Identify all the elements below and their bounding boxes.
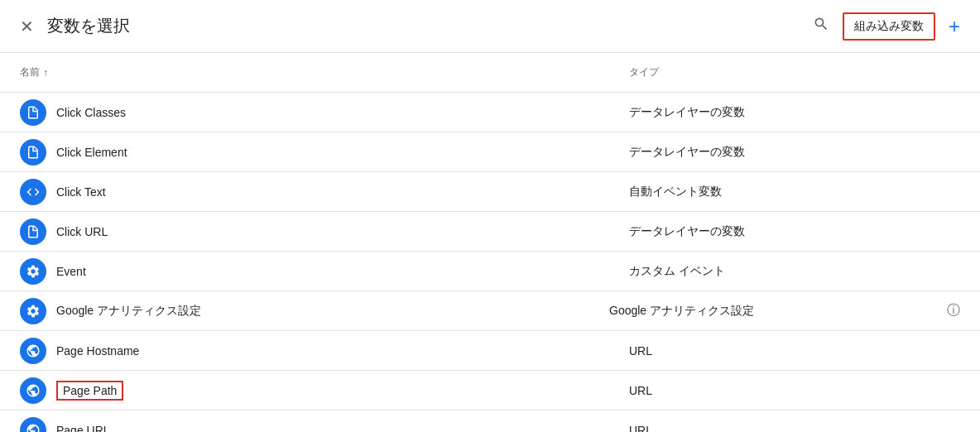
add-variable-button[interactable]: + (949, 15, 960, 38)
variable-name: Page Hostname (56, 344, 629, 358)
doc-icon (20, 99, 46, 126)
variable-table: Click Classes データレイヤーの変数 Click Element デ… (0, 93, 980, 432)
variable-name: Google アナリティクス設定 (56, 304, 609, 319)
gear-icon (20, 258, 46, 285)
globe-icon (20, 417, 46, 433)
globe-icon (20, 338, 46, 364)
variable-type: データレイヤーの変数 (629, 145, 960, 160)
doc-icon (20, 218, 46, 245)
info-icon[interactable]: ⓘ (947, 302, 960, 319)
table-row[interactable]: Event カスタム イベント (0, 252, 980, 291)
variable-type: URL (629, 424, 960, 433)
column-name-header: 名前 ↑ (20, 65, 629, 79)
variable-type: データレイヤーの変数 (629, 105, 960, 120)
close-button[interactable]: ✕ (20, 17, 34, 36)
variable-name: Page Path (56, 381, 629, 401)
gear-icon (20, 298, 46, 324)
column-type-header: タイプ (629, 65, 960, 79)
dialog-header: ✕ 変数を選択 組み込み変数 + (0, 0, 980, 53)
variable-type: カスタム イベント (629, 264, 960, 279)
table-row[interactable]: Click Text 自動イベント変数 (0, 172, 980, 212)
table-row[interactable]: Click Element データレイヤーの変数 (0, 132, 980, 172)
dialog-title: 変数を選択 (47, 15, 813, 37)
builtin-variables-button[interactable]: 組み込み変数 (843, 12, 935, 41)
variable-name: Event (56, 265, 629, 278)
header-actions: 組み込み変数 + (813, 12, 960, 41)
globe-icon (20, 377, 46, 404)
variable-name: Page URL (56, 424, 629, 433)
table-row[interactable]: Page Hostname URL (0, 331, 980, 371)
variable-name: Click Element (56, 146, 629, 159)
table-row[interactable]: Google アナリティクス設定 Google アナリティクス設定 ⓘ (0, 291, 980, 331)
variable-type: データレイヤーの変数 (629, 224, 960, 239)
variable-name: Click URL (56, 225, 629, 238)
doc-icon (20, 139, 46, 166)
variable-name: Click Classes (56, 106, 629, 119)
variable-name: Click Text (56, 185, 629, 199)
table-row[interactable]: Click URL データレイヤーの変数 (0, 212, 980, 252)
variable-type: URL (629, 344, 960, 358)
variable-type: 自動イベント変数 (629, 185, 960, 199)
sort-arrow-icon: ↑ (43, 67, 48, 79)
search-icon[interactable] (813, 16, 829, 36)
table-header: 名前 ↑ タイプ (0, 53, 980, 93)
variable-type: URL (629, 384, 960, 397)
table-row[interactable]: Page Path URL (0, 371, 980, 410)
variable-type: Google アナリティクス設定 (609, 304, 940, 319)
table-row[interactable]: Page URL URL (0, 410, 980, 432)
table-row[interactable]: Click Classes データレイヤーの変数 (0, 93, 980, 132)
code-icon (20, 179, 46, 205)
